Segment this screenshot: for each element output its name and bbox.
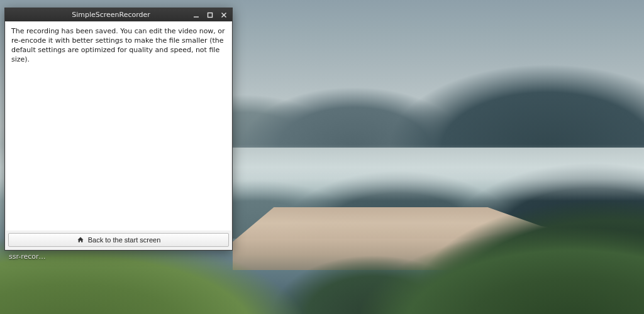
desktop-wallpaper: ssr-recordi... SimpleScreenRecorder The …: [0, 0, 644, 314]
desktop-file-label[interactable]: ssr-recordi...: [9, 252, 47, 261]
window-content: The recording has been saved. You can ed…: [6, 23, 231, 230]
window-controls: [189, 9, 232, 21]
svg-rect-1: [208, 13, 213, 17]
minimize-button[interactable]: [189, 9, 203, 21]
minimize-icon: [193, 12, 199, 18]
recording-saved-message: The recording has been saved. You can ed…: [11, 27, 226, 64]
home-icon: [77, 236, 84, 244]
maximize-button[interactable]: [203, 9, 217, 21]
window-title: SimpleScreenRecorder: [5, 11, 189, 19]
close-icon: [221, 12, 227, 18]
close-button[interactable]: [217, 9, 231, 21]
app-window: SimpleScreenRecorder The recording has b…: [4, 8, 233, 251]
back-button-label: Back to the start screen: [88, 236, 161, 244]
window-footer: Back to the start screen: [5, 230, 232, 250]
wallpaper-layer: [361, 214, 644, 314]
window-titlebar[interactable]: SimpleScreenRecorder: [5, 8, 232, 21]
back-to-start-button[interactable]: Back to the start screen: [8, 233, 229, 247]
maximize-icon: [207, 12, 213, 18]
